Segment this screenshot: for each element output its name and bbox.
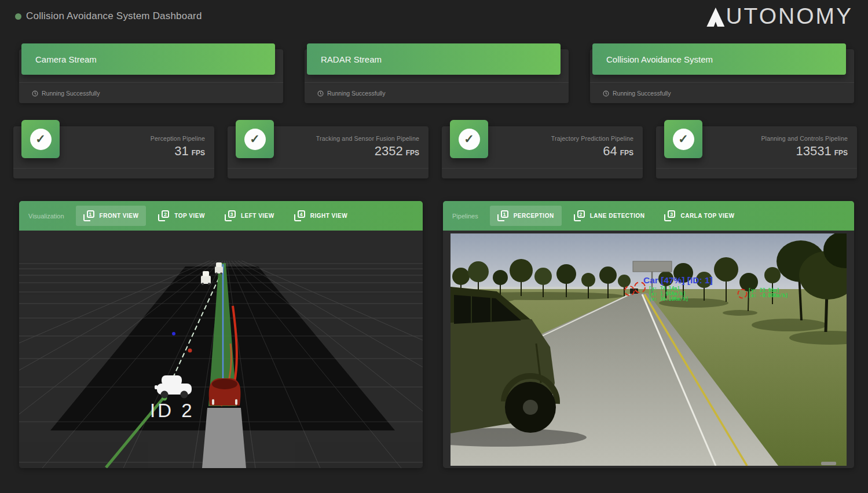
collision-avoidance-header: Collision Avoidance System (592, 43, 846, 75)
detection-label: Car [47%] [ID: 1] (643, 275, 713, 285)
planning-controls-pipeline-card: ✓ Planning and Controls Pipeline 13531FP… (656, 126, 857, 178)
radar-stream-card: RADAR Stream Running Successfully (305, 49, 569, 103)
logo: A UTONOMY (706, 6, 853, 27)
stream-status: Running Successfully (603, 90, 671, 97)
filter-2-icon: 2 (574, 210, 585, 221)
filter-3-icon: 3 (225, 210, 236, 221)
panel-label: Pipelines (452, 213, 478, 220)
perception-button[interactable]: 1 PERCEPTION (490, 206, 562, 226)
pipeline-name: Tracking and Sensor Fusion Pipeline (316, 135, 419, 142)
pipeline-name: Perception Pipeline (151, 135, 205, 142)
divider (228, 168, 428, 169)
left-view-button[interactable]: 3 LEFT VIEW (217, 206, 282, 226)
filter-1-icon: 1 (83, 210, 94, 221)
pipelines-panel-header: Pipelines 1 PERCEPTION 2 LANE DETECTION … (443, 201, 854, 231)
svg-text:[x: -0.00Km/h]: [x: -0.00Km/h] (748, 293, 788, 298)
panel-label: Visualization (28, 213, 64, 220)
stream-status-text: Running Successfully (42, 90, 100, 97)
pipeline-name: Trajectory Prediction Pipeline (551, 135, 633, 142)
check-icon: ✓ (21, 120, 60, 158)
filter-2-icon: 2 (158, 210, 169, 221)
filter-4-icon: 4 (294, 210, 305, 221)
status-dot-icon (15, 13, 21, 20)
scroll-tab (821, 462, 836, 465)
pipeline-fps: 31FPS (151, 144, 205, 159)
3d-front-view-canvas[interactable]: ID 2 (19, 231, 423, 468)
ego-hood (202, 408, 246, 468)
detection-dot-red (188, 349, 192, 353)
stream-status-text: Running Successfully (327, 90, 385, 97)
logo-text: UTONOMY (726, 6, 853, 27)
radar-stream-header: RADAR Stream (307, 43, 561, 75)
tracked-id-label: ID 2 (150, 400, 195, 421)
check-icon: ✓ (664, 120, 702, 158)
visualization-panel-header: Visualization 1 FRONT VIEW 2 TOP VIEW 3 … (19, 201, 423, 231)
pipeline-fps: 2352FPS (316, 144, 419, 159)
clock-icon (317, 90, 324, 97)
stream-status-text: Running Successfully (613, 90, 671, 97)
collision-avoidance-card: Collision Avoidance System Running Succe… (590, 49, 854, 103)
divider (13, 168, 214, 169)
trajectory-prediction-pipeline-card: ✓ Trajectory Prediction Pipeline 64FPS (442, 126, 643, 178)
check-icon: ✓ (450, 120, 488, 158)
distant-vehicle (215, 262, 223, 275)
logo-a-icon: A (706, 8, 724, 27)
lead-vehicle (209, 378, 241, 406)
top-view-button[interactable]: 2 TOP VIEW (151, 206, 213, 226)
perception-camera-feed: Car [47%] [ID: 1] [y: 74.14m] [x: 1.95Km… (443, 231, 854, 468)
detection-dot-blue (172, 332, 175, 335)
pipeline-fps: 64FPS (551, 144, 633, 159)
dashboard: Collision Avoidance System Dashboard A U… (0, 0, 868, 493)
carla-top-view-button[interactable]: 3 CARLA TOP VIEW (657, 206, 742, 226)
lane-detection-button[interactable]: 2 LANE DETECTION (566, 206, 653, 226)
stream-status: Running Successfully (317, 90, 385, 97)
tracking-fusion-pipeline-card: ✓ Tracking and Sensor Fusion Pipeline 23… (228, 126, 428, 178)
filter-3-icon: 3 (664, 210, 675, 221)
page-title: Collision Avoidance System Dashboard (26, 10, 202, 22)
top-bar: Collision Avoidance System Dashboard A U… (0, 0, 868, 36)
divider (590, 82, 854, 83)
clock-icon (603, 90, 609, 97)
stream-cards-row: Camera Stream Running Successfully RADAR… (19, 49, 854, 103)
clock-icon (32, 90, 38, 97)
pipelines-panel: Pipelines 1 PERCEPTION 2 LANE DETECTION … (443, 201, 854, 468)
svg-text:[v: 30.10Km/h]: [v: 30.10Km/h] (649, 296, 688, 302)
camera-stream-card: Camera Stream Running Successfully (19, 49, 283, 103)
divider (656, 168, 857, 169)
check-icon: ✓ (236, 120, 274, 158)
pipeline-fps: 13531FPS (761, 144, 848, 159)
divider (305, 82, 569, 83)
perception-pipeline-card: ✓ Perception Pipeline 31FPS (13, 126, 214, 178)
pipeline-cards-row: ✓ Perception Pipeline 31FPS ✓ Tracking a… (13, 126, 857, 178)
pipeline-name: Planning and Controls Pipeline (761, 135, 848, 142)
front-view-button[interactable]: 1 FRONT VIEW (76, 206, 147, 226)
divider (442, 168, 643, 169)
stream-status: Running Successfully (32, 90, 100, 97)
divider (19, 82, 283, 83)
camera-stream-header: Camera Stream (21, 43, 275, 75)
visualization-panel: Visualization 1 FRONT VIEW 2 TOP VIEW 3 … (19, 201, 423, 468)
filter-1-icon: 1 (497, 210, 508, 221)
right-view-button[interactable]: 4 RIGHT VIEW (287, 206, 355, 226)
